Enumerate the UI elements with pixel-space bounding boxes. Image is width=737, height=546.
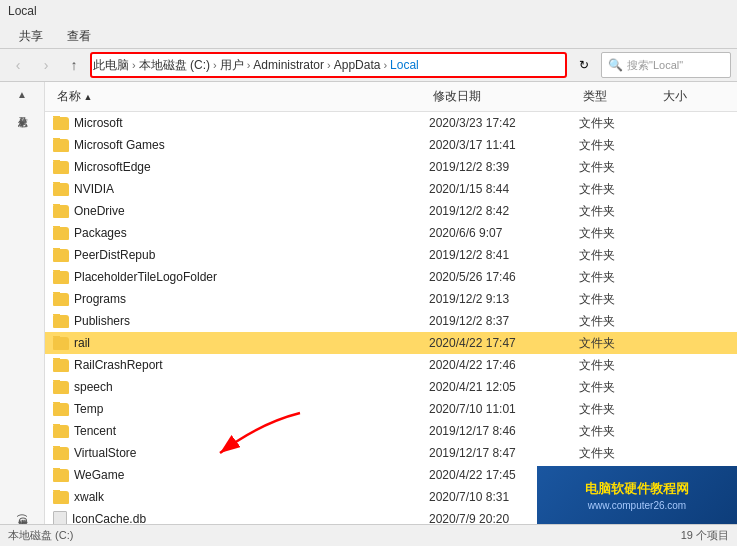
forward-button[interactable]: › bbox=[34, 53, 58, 77]
file-name-text: NVIDIA bbox=[74, 182, 114, 196]
table-row[interactable]: NVIDIA2020/1/15 8:44文件夹 bbox=[45, 178, 737, 200]
file-date: 2020/4/22 17:47 bbox=[429, 336, 579, 350]
col-header-size[interactable]: 大小 bbox=[659, 84, 729, 109]
folder-icon bbox=[53, 337, 69, 350]
file-name-text: VirtualStore bbox=[74, 446, 136, 460]
breadcrumb-segment-0[interactable]: 此电脑 bbox=[93, 57, 129, 74]
sidebar-info-text[interactable]: 及信息 bbox=[13, 105, 31, 113]
table-row[interactable]: OneDrive2019/12/2 8:42文件夹 bbox=[45, 200, 737, 222]
folder-icon bbox=[53, 205, 69, 218]
file-date: 2020/1/15 8:44 bbox=[429, 182, 579, 196]
refresh-button[interactable]: ↻ bbox=[571, 52, 597, 78]
table-row[interactable]: speech2020/4/21 12:05文件夹 bbox=[45, 376, 737, 398]
folder-icon bbox=[53, 139, 69, 152]
breadcrumb-segment-3[interactable]: Administrator bbox=[253, 58, 324, 72]
file-date: 2019/12/17 8:47 bbox=[429, 446, 579, 460]
folder-icon bbox=[53, 293, 69, 306]
file-name-text: speech bbox=[74, 380, 113, 394]
title-bar: Local bbox=[0, 0, 737, 22]
file-type: 文件夹 bbox=[579, 313, 659, 330]
address-box[interactable]: 此电脑 › 本地磁盘 (C:) › 用户 › Administrator › A… bbox=[90, 52, 567, 78]
file-name-text: PlaceholderTileLogoFolder bbox=[74, 270, 217, 284]
file-name-text: Packages bbox=[74, 226, 127, 240]
window-title: Local bbox=[8, 4, 37, 18]
file-name-text: WeGame bbox=[74, 468, 124, 482]
file-date: 2020/4/22 17:46 bbox=[429, 358, 579, 372]
breadcrumb-segment-2[interactable]: 用户 bbox=[220, 57, 244, 74]
file-list-header: 名称 修改日期 类型 大小 bbox=[45, 82, 737, 112]
file-name-text: rail bbox=[74, 336, 90, 350]
folder-icon bbox=[53, 271, 69, 284]
file-name-text: Microsoft Games bbox=[74, 138, 165, 152]
table-row[interactable]: MicrosoftEdge2019/12/2 8:39文件夹 bbox=[45, 156, 737, 178]
breadcrumb-segment-1[interactable]: 本地磁盘 (C:) bbox=[139, 57, 210, 74]
breadcrumb-segment-5[interactable]: Local bbox=[390, 58, 419, 72]
file-name-text: xwalk bbox=[74, 490, 104, 504]
search-box[interactable]: 🔍 搜索"Local" bbox=[601, 52, 731, 78]
table-row[interactable]: Microsoft2020/3/23 17:42文件夹 bbox=[45, 112, 737, 134]
file-type: 文件夹 bbox=[579, 335, 659, 352]
folder-icon bbox=[53, 249, 69, 262]
file-date: 2019/12/2 8:39 bbox=[429, 160, 579, 174]
file-name-text: Microsoft bbox=[74, 116, 123, 130]
tab-view[interactable]: 查看 bbox=[56, 24, 102, 48]
table-row[interactable]: RailCrashReport2020/4/22 17:46文件夹 bbox=[45, 354, 737, 376]
folder-icon bbox=[53, 183, 69, 196]
col-header-name[interactable]: 名称 bbox=[53, 84, 429, 109]
col-header-date[interactable]: 修改日期 bbox=[429, 84, 579, 109]
file-date: 2019/12/2 8:37 bbox=[429, 314, 579, 328]
file-date: 2020/3/17 11:41 bbox=[429, 138, 579, 152]
status-bar: 本地磁盘 (C:) 19 个项目 bbox=[0, 524, 737, 546]
file-name-text: PeerDistRepub bbox=[74, 248, 155, 262]
file-type: 文件夹 bbox=[579, 225, 659, 242]
file-type: 文件夹 bbox=[579, 203, 659, 220]
table-row[interactable]: VirtualStore2019/12/17 8:47文件夹 bbox=[45, 442, 737, 464]
file-date: 2020/6/6 9:07 bbox=[429, 226, 579, 240]
col-header-type[interactable]: 类型 bbox=[579, 84, 659, 109]
file-date: 2019/12/2 9:13 bbox=[429, 292, 579, 306]
breadcrumb-sep-1: › bbox=[213, 59, 217, 71]
folder-icon bbox=[53, 425, 69, 438]
folder-icon bbox=[53, 469, 69, 482]
ribbon: 共享 查看 bbox=[0, 22, 737, 49]
sidebar-down-arrow[interactable]: ▼ bbox=[0, 115, 44, 132]
file-type: 文件夹 bbox=[579, 181, 659, 198]
table-row[interactable]: Packages2020/6/6 9:07文件夹 bbox=[45, 222, 737, 244]
table-row[interactable]: Microsoft Games2020/3/17 11:41文件夹 bbox=[45, 134, 737, 156]
status-drive: 本地磁盘 (C:) bbox=[8, 528, 73, 543]
file-date: 2019/12/2 8:42 bbox=[429, 204, 579, 218]
folder-icon bbox=[53, 403, 69, 416]
table-row[interactable]: rail2020/4/22 17:47文件夹 bbox=[45, 332, 737, 354]
breadcrumb-segment-4[interactable]: AppData bbox=[334, 58, 381, 72]
search-placeholder: 搜索"Local" bbox=[627, 58, 683, 73]
sidebar: ▲ 及信息 ▼ 本地磁盘 (C:) bbox=[0, 82, 45, 538]
breadcrumb-sep-2: › bbox=[247, 59, 251, 71]
file-name-text: Publishers bbox=[74, 314, 130, 328]
folder-icon bbox=[53, 161, 69, 174]
breadcrumb-sep-3: › bbox=[327, 59, 331, 71]
file-name-text: Tencent bbox=[74, 424, 116, 438]
file-type: 文件夹 bbox=[579, 357, 659, 374]
folder-icon bbox=[53, 491, 69, 504]
file-type: 文件夹 bbox=[579, 401, 659, 418]
sidebar-up-arrow[interactable]: ▲ bbox=[0, 86, 44, 103]
table-row[interactable]: PeerDistRepub2019/12/2 8:41文件夹 bbox=[45, 244, 737, 266]
file-type: 文件夹 bbox=[579, 115, 659, 132]
file-type: 文件夹 bbox=[579, 379, 659, 396]
folder-icon bbox=[53, 227, 69, 240]
file-type: 文件夹 bbox=[579, 445, 659, 462]
tab-share[interactable]: 共享 bbox=[8, 24, 54, 48]
table-row[interactable]: Tencent2019/12/17 8:46文件夹 bbox=[45, 420, 737, 442]
file-name-text: RailCrashReport bbox=[74, 358, 163, 372]
table-row[interactable]: Publishers2019/12/2 8:37文件夹 bbox=[45, 310, 737, 332]
file-type: 文件夹 bbox=[579, 137, 659, 154]
table-row[interactable]: Temp2020/7/10 11:01文件夹 bbox=[45, 398, 737, 420]
back-button[interactable]: ‹ bbox=[6, 53, 30, 77]
folder-icon bbox=[53, 315, 69, 328]
file-date: 2020/4/21 12:05 bbox=[429, 380, 579, 394]
status-item-count: 19 个项目 bbox=[681, 528, 729, 543]
up-button[interactable]: ↑ bbox=[62, 53, 86, 77]
table-row[interactable]: Programs2019/12/2 9:13文件夹 bbox=[45, 288, 737, 310]
folder-icon bbox=[53, 447, 69, 460]
table-row[interactable]: PlaceholderTileLogoFolder2020/5/26 17:46… bbox=[45, 266, 737, 288]
